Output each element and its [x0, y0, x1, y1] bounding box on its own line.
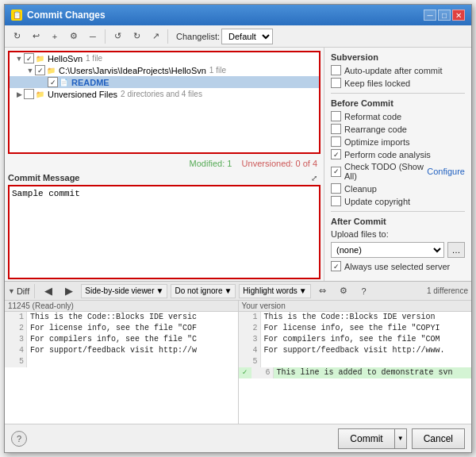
diff-left-num-1: 1 — [5, 312, 27, 323]
diff-highlight-select[interactable]: Highlight words ▼ — [239, 284, 310, 298]
upload-extra-button[interactable]: … — [447, 242, 465, 258]
diff-content: 11245 (Read-only) 1 This is the Code::Bl… — [5, 301, 471, 424]
diff-left-num-4: 4 — [5, 345, 27, 356]
diff-highlight-arrow: ▼ — [299, 286, 307, 295]
option-code-analysis: Perform code analysis — [331, 149, 465, 159]
undo2-button[interactable]: ↺ — [109, 28, 126, 45]
separator-2 — [331, 211, 465, 212]
checkbox-path[interactable] — [35, 65, 45, 75]
diff-section: ▼ Diff ◀ ▶ Side-by-side viewer ▼ Do not … — [5, 281, 471, 424]
maximize-button[interactable]: □ — [438, 10, 451, 21]
commit-dropdown-button[interactable]: ▼ — [394, 428, 407, 449]
diff-right-content-2: For license info, see the file "COPYI — [261, 323, 440, 334]
checkbox-update-copyright[interactable] — [331, 196, 341, 206]
cancel-button[interactable]: Cancel — [412, 428, 465, 449]
diff-left-line-3: 3 For compilers info, see the file "C — [5, 334, 238, 345]
folder-icon-path: 📁 — [45, 66, 56, 75]
checkbox-readme[interactable] — [48, 77, 58, 87]
diff-ignore-arrow: ▼ — [224, 286, 232, 295]
diff-left-pane[interactable]: 11245 (Read-only) 1 This is the Code::Bl… — [5, 301, 238, 424]
label-reformat: Reformat code — [344, 112, 401, 121]
diff-left-num-3: 3 — [5, 334, 27, 345]
option-rearrange: Rearrange code — [331, 124, 465, 134]
checkbox-check-todo[interactable] — [331, 167, 341, 177]
tree-label-hellosyn: HelloSvn — [48, 54, 83, 63]
upload-select-row: (none) … — [331, 242, 465, 258]
diff-ignore-select[interactable]: Do not ignore ▼ — [171, 284, 236, 298]
diff-right-num-6: 6 — [251, 367, 274, 378]
modified-label: Modified: 1 — [190, 159, 232, 168]
diff-left-line-1: 1 This is the Code::Blocks IDE versic — [5, 312, 238, 323]
configure-link[interactable]: Configure — [427, 167, 465, 176]
redo-button[interactable]: ↻ — [128, 28, 145, 45]
folder-icon-hellosyn: 📁 — [34, 54, 45, 63]
diff-right-content-3: For compilers info, see the file "COM — [261, 334, 440, 345]
tree-arrow-hellosyn[interactable]: ▼ — [14, 54, 24, 63]
checkbox-reformat[interactable] — [331, 111, 341, 121]
tree-item-hellosyn[interactable]: ▼ 📁 HelloSvn 1 file — [10, 52, 319, 64]
label-optimize-imports: Optimize imports — [344, 137, 410, 147]
diff-right-line-4: 4 For support/feedback visit http://www. — [239, 345, 472, 356]
minimize-button[interactable]: ─ — [424, 10, 436, 21]
checkbox-hellosyn[interactable] — [24, 53, 34, 63]
commit-message-expand-button[interactable]: ⤢ — [308, 171, 321, 184]
toolbar-separator-1 — [105, 29, 106, 44]
option-check-todo: Check TODO (Show All) Configure — [331, 162, 465, 181]
close-button[interactable]: ✕ — [452, 10, 465, 21]
diff-label: Diff — [17, 286, 29, 296]
separator-1 — [331, 93, 465, 94]
diff-right-line-1: 1 This is the Code::Blocks IDE version — [239, 312, 472, 323]
diff-right-line-2: 2 For license info, see the file "COPYI — [239, 323, 472, 334]
commit-message-section: Commit Message ⤢ Sample commit — [8, 171, 321, 279]
label-rearrange: Rearrange code — [344, 125, 407, 134]
file-tree-area[interactable]: ▼ 📁 HelloSvn 1 file ▼ 📁 C:\Users\Jarvis\… — [8, 51, 321, 154]
changelist-select[interactable]: Default — [221, 29, 273, 44]
tree-item-readme[interactable]: 📄 README — [10, 76, 319, 88]
left-panel: ▼ 📁 HelloSvn 1 file ▼ 📁 C:\Users\Jarvis\… — [5, 48, 324, 281]
checkbox-cleanup[interactable] — [331, 183, 341, 194]
diff-settings-button[interactable]: ⚙ — [335, 282, 352, 300]
diff-ignore-label: Do not ignore — [175, 286, 222, 295]
settings-button[interactable]: ⚙ — [65, 28, 83, 45]
upload-label: Upload files to: — [331, 229, 389, 239]
diff-prev-button[interactable]: ◀ — [40, 282, 57, 300]
tree-label-unversioned: Unversioned Files — [48, 90, 117, 99]
diff-right-pane[interactable]: Your version 1 This is the Code::Blocks … — [239, 301, 472, 424]
diff-next-button[interactable]: ▶ — [60, 282, 78, 300]
tree-item-unversioned[interactable]: ▶ 📁 Unversioned Files 2 directories and … — [10, 88, 319, 100]
checkbox-code-analysis[interactable] — [331, 149, 341, 159]
remove-button[interactable]: ─ — [84, 28, 102, 45]
checkbox-rearrange[interactable] — [331, 124, 341, 134]
upload-row: Upload files to: — [331, 229, 465, 239]
option-always-use: Always use selected server — [331, 261, 465, 271]
help-button[interactable]: ? — [11, 431, 27, 447]
refresh-button[interactable]: ↻ — [8, 28, 25, 45]
tree-item-path[interactable]: ▼ 📁 C:\Users\Jarvis\IdeaProjects\HelloSv… — [10, 64, 319, 76]
commit-button[interactable]: Commit — [338, 428, 393, 449]
tree-count-path: 1 file — [209, 66, 226, 75]
checkbox-unversioned[interactable] — [24, 89, 34, 99]
add-button[interactable]: + — [46, 28, 63, 45]
folder-icon-unversioned: 📁 — [34, 90, 45, 99]
diff-highlight-label: Highlight words — [243, 286, 297, 295]
upload-select[interactable]: (none) — [331, 242, 444, 258]
diff-header: ▼ Diff ◀ ▶ Side-by-side viewer ▼ Do not … — [5, 282, 471, 301]
tree-arrow-path[interactable]: ▼ — [25, 66, 35, 75]
tree-arrow-unversioned[interactable]: ▶ — [14, 90, 24, 99]
diff-viewer-select[interactable]: Side-by-side viewer ▼ — [81, 284, 167, 298]
diff-right-line-6: ✓ 6 This line is added to demonstrate sv… — [239, 367, 472, 378]
diff-help-button[interactable]: ? — [355, 282, 373, 300]
checkbox-auto-update[interactable] — [331, 65, 341, 75]
diff-sync-button[interactable]: ⇔ — [314, 282, 332, 300]
option-keep-locked: Keep files locked — [331, 78, 465, 88]
diff-toggle[interactable]: ▼ Diff — [8, 286, 29, 296]
checkbox-always-use[interactable] — [331, 261, 341, 271]
commit-message-textarea[interactable]: Sample commit — [8, 185, 321, 279]
diff-collapse-arrow: ▼ — [8, 287, 15, 295]
before-commit-title: Before Commit — [331, 98, 465, 108]
checkbox-keep-locked[interactable] — [331, 78, 341, 88]
undo-button[interactable]: ↩ — [27, 28, 44, 45]
export-button[interactable]: ↗ — [147, 28, 164, 45]
diff-added-check-icon: ✓ — [239, 367, 251, 378]
checkbox-optimize-imports[interactable] — [331, 136, 341, 147]
